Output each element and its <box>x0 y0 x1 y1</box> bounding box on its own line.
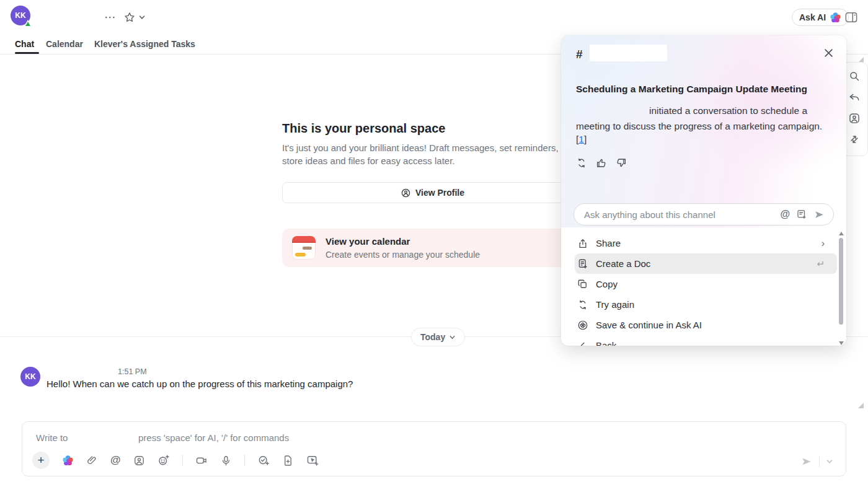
popup-scrollbar[interactable] <box>838 232 844 345</box>
personal-space-title: This is your personal space <box>282 121 583 136</box>
ai-flower-icon <box>830 12 841 24</box>
avatar-initials: KK <box>25 372 35 381</box>
menu-label: Try again <box>596 299 634 310</box>
resize-grip-icon[interactable] <box>858 403 864 408</box>
create-task-icon[interactable] <box>257 454 270 467</box>
menu-item-back[interactable]: Back <box>561 335 838 346</box>
menu-label: Copy <box>596 279 618 289</box>
menu-item-copy[interactable]: Copy <box>561 274 838 294</box>
composer-placeholder-hint: press 'space' for AI, '/' for commands <box>138 432 289 443</box>
menu-item-share[interactable]: Share › <box>561 233 838 253</box>
calendar-card-subtitle: Create events or manage your schedule <box>326 250 480 260</box>
copy-icon <box>577 279 588 290</box>
tab-chat[interactable]: Chat <box>15 39 34 49</box>
ai-summary-popup: # Scheduling a Marketing Campaign Update… <box>561 35 846 346</box>
send-options-chevron-icon[interactable] <box>826 458 833 465</box>
chevron-left-icon <box>577 340 588 346</box>
scrollbar-thumb[interactable] <box>839 238 843 325</box>
scroll-down-icon[interactable] <box>839 341 844 345</box>
tab-calendar[interactable]: Calendar <box>46 39 83 49</box>
forward-icon[interactable] <box>848 133 861 146</box>
create-doc-icon <box>577 258 588 269</box>
personal-space-description: It's just you and your brilliant ideas! … <box>282 141 592 167</box>
sidebar-toggle-icon[interactable] <box>844 11 858 24</box>
mention-icon[interactable]: @ <box>110 454 121 467</box>
mention-icon[interactable]: @ <box>780 209 790 220</box>
view-calendar-card[interactable]: View your calendar Create events or mana… <box>282 229 583 267</box>
ask-ai-label: Ask AI <box>799 12 826 22</box>
mention-person-icon[interactable] <box>133 455 145 467</box>
message-timestamp: 1:51 PM <box>118 367 147 376</box>
chevron-down-icon <box>449 334 456 341</box>
date-divider-label: Today <box>420 332 445 342</box>
more-options-icon[interactable]: ⋯ <box>104 10 117 25</box>
menu-item-create-doc[interactable]: Create a Doc ↵ <box>561 253 838 274</box>
attach-file-icon[interactable] <box>86 455 98 467</box>
menu-label: Share <box>596 238 621 248</box>
ai-summary-title: Scheduling a Marketing Campaign Update M… <box>576 84 833 95</box>
profile-icon <box>401 188 411 198</box>
scroll-up-icon[interactable] <box>839 232 844 235</box>
channel-name-redacted <box>590 45 667 61</box>
ask-ai-button[interactable]: Ask AI <box>792 9 849 26</box>
refresh-icon <box>577 299 588 310</box>
message-text: Hello! When can we catch up on the progr… <box>46 379 353 389</box>
ai-flower-icon[interactable] <box>62 455 74 467</box>
chevron-right-icon: › <box>822 238 825 249</box>
calendar-icon <box>292 236 316 260</box>
emoji-add-icon[interactable] <box>157 454 170 467</box>
workspace-avatar[interactable]: KK <box>11 6 30 25</box>
tab-assigned-tasks[interactable]: Klever's Assigned Tasks <box>94 39 195 49</box>
avatar-initials: KK <box>15 11 25 20</box>
calendar-card-title: View your calendar <box>326 236 410 247</box>
microphone-icon[interactable] <box>220 455 232 467</box>
online-status-icon <box>24 20 32 26</box>
menu-label: Save & continue in Ask AI <box>596 320 702 330</box>
add-attachment-button[interactable]: + <box>32 452 50 469</box>
citation-link[interactable]: 1 <box>578 134 584 144</box>
thumbs-down-icon[interactable] <box>616 157 627 169</box>
thumbs-up-icon[interactable] <box>596 157 607 169</box>
send-icon[interactable] <box>813 209 825 221</box>
menu-label: Create a Doc <box>596 258 650 269</box>
ai-actions-menu: Share › Create a Doc ↵ Copy Try again Sa… <box>561 233 838 346</box>
share-icon <box>577 238 588 249</box>
send-icon[interactable] <box>800 455 813 468</box>
add-clip-icon[interactable] <box>306 454 319 467</box>
ask-channel-input[interactable] <box>574 209 780 220</box>
message-avatar[interactable]: KK <box>20 367 40 387</box>
add-context-doc-icon[interactable] <box>796 209 807 220</box>
ai-summary-text: initiated a conversation to schedule a m… <box>576 103 835 134</box>
composer-placeholder-prefix: Write to <box>36 432 68 443</box>
menu-label: Back <box>596 340 616 346</box>
channel-hash-prefix: # <box>576 48 583 61</box>
menu-item-try-again[interactable]: Try again <box>561 294 838 315</box>
message-composer[interactable]: Write to press 'space' for AI, '/' for c… <box>22 421 846 476</box>
ask-ai-badge-icon <box>577 320 588 331</box>
search-icon[interactable] <box>848 70 861 82</box>
ask-channel-input-wrap: @ <box>574 203 834 226</box>
chat-app-window: KK ⋯ Ask AI Chat Calendar Klever's Assig… <box>0 0 868 482</box>
regenerate-icon[interactable] <box>576 157 587 169</box>
video-record-icon[interactable] <box>195 454 208 467</box>
follow-up-icon[interactable] <box>848 112 861 125</box>
view-profile-label: View Profile <box>415 188 464 198</box>
enter-key-icon: ↵ <box>817 258 825 269</box>
reply-icon[interactable] <box>848 91 861 103</box>
citation: [1] <box>576 134 587 145</box>
chevron-down-icon[interactable] <box>138 14 146 21</box>
close-icon[interactable] <box>824 48 833 58</box>
add-doc-icon[interactable] <box>282 455 294 467</box>
view-profile-button[interactable]: View Profile <box>282 182 583 203</box>
date-divider-button[interactable]: Today <box>411 328 465 346</box>
menu-item-save-continue-ask-ai[interactable]: Save & continue in Ask AI <box>561 315 838 335</box>
favorite-star-icon[interactable] <box>123 11 136 24</box>
